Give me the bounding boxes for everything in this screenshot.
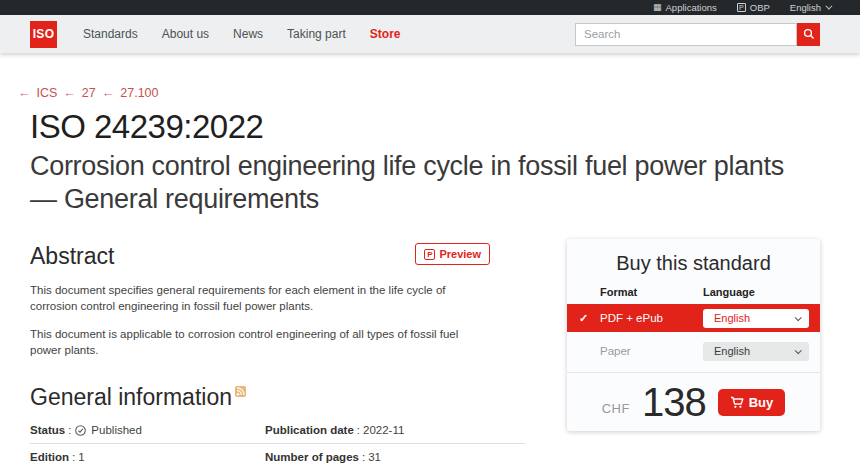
- pages-cell: Number of pages : 31: [265, 451, 525, 463]
- price-value: 138: [642, 380, 706, 425]
- language-dropdown-paper[interactable]: English: [703, 342, 809, 361]
- main-nav: Standards About us News Taking part Stor…: [83, 27, 400, 41]
- left-column: Abstract P Preview This document specifi…: [30, 243, 525, 470]
- status-label: Status: [30, 424, 65, 436]
- buy-panel-title: Buy this standard: [567, 239, 820, 286]
- colon-separator: :: [357, 424, 360, 436]
- format-column-header: Format: [600, 286, 637, 298]
- chevron-down-icon: [795, 347, 802, 354]
- abstract-paragraph: This document specifies general requirem…: [30, 282, 482, 314]
- nav-item-store[interactable]: Store: [370, 27, 401, 41]
- preview-document-icon: P: [424, 249, 435, 260]
- breadcrumb-arrow-icon: ←: [102, 86, 115, 100]
- published-check-icon: [75, 425, 86, 436]
- format-option-paper[interactable]: Paper English: [567, 339, 820, 363]
- document-subtitle: Corrosion control engineering life cycle…: [30, 150, 804, 216]
- colon-separator: :: [68, 424, 71, 436]
- colon-separator: :: [362, 451, 365, 463]
- language-column-header: Language: [703, 286, 755, 298]
- page-title: ISO 24239:2022: [30, 108, 830, 146]
- search-input[interactable]: [575, 23, 797, 46]
- obp-icon: P: [737, 3, 746, 12]
- format-option-label: PDF + ePub: [600, 312, 663, 324]
- applications-menu[interactable]: ▦ Applications: [653, 2, 717, 13]
- abstract-header-row: Abstract P Preview: [30, 243, 490, 270]
- breadcrumb: ← ICS ← 27 ← 27.100: [18, 53, 830, 100]
- applications-label: Applications: [666, 2, 717, 13]
- nav-item-standards[interactable]: Standards: [83, 27, 138, 41]
- pages-label: Number of pages: [265, 451, 359, 463]
- buy-standard-panel: Buy this standard Format Language ✓ PDF …: [567, 239, 820, 431]
- search-button[interactable]: [797, 23, 820, 46]
- iso-logo[interactable]: ISO: [30, 21, 57, 48]
- breadcrumb-link-ics[interactable]: ICS: [37, 86, 58, 100]
- abstract-paragraph: This document is applicable to corrosion…: [30, 326, 482, 358]
- language-dropdown-value: English: [714, 312, 750, 324]
- status-cell: Status : Published: [30, 424, 265, 436]
- selected-check-icon: ✓: [579, 312, 588, 325]
- buy-button[interactable]: Buy: [718, 389, 786, 416]
- colon-separator: :: [72, 451, 75, 463]
- cart-icon: [730, 396, 744, 409]
- breadcrumb-arrow-icon: ←: [63, 86, 76, 100]
- table-row: Status : Published Publication date : 20…: [30, 417, 525, 444]
- search-bar: [575, 23, 820, 46]
- search-icon: [803, 28, 815, 40]
- edition-value: 1: [78, 451, 84, 463]
- breadcrumb-link-27[interactable]: 27: [82, 86, 96, 100]
- language-selector[interactable]: English: [790, 2, 830, 13]
- nav-item-about-us[interactable]: About us: [162, 27, 209, 41]
- breadcrumb-arrow-icon: ←: [18, 86, 31, 100]
- chevron-down-icon: [825, 3, 832, 10]
- preview-button[interactable]: P Preview: [415, 243, 490, 265]
- general-info-table: Status : Published Publication date : 20…: [30, 417, 525, 470]
- obp-link[interactable]: P OBP: [737, 2, 770, 13]
- site-header: ISO Standards About us News Taking part …: [0, 15, 860, 53]
- buy-table-headers: Format Language: [567, 286, 820, 304]
- format-option-pdf-epub[interactable]: ✓ PDF + ePub English: [567, 304, 820, 332]
- currency-label: CHF: [602, 401, 630, 416]
- publication-date-value: 2022-11: [363, 424, 404, 436]
- nav-item-taking-part[interactable]: Taking part: [287, 27, 346, 41]
- rss-icon[interactable]: [235, 386, 246, 397]
- general-info-heading-row: General information: [30, 384, 525, 411]
- status-value: Published: [91, 424, 142, 436]
- abstract-heading: Abstract: [30, 243, 114, 270]
- edition-label: Edition: [30, 451, 69, 463]
- price-row: CHF 138 Buy: [567, 373, 820, 431]
- publication-date-label: Publication date: [265, 424, 354, 436]
- format-option-label: Paper: [600, 345, 631, 357]
- page-content: ← ICS ← 27 ← 27.100 ISO 24239:2022 Corro…: [0, 53, 860, 470]
- language-label: English: [790, 2, 821, 13]
- chevron-down-icon: [795, 314, 802, 321]
- utility-topbar: ▦ Applications P OBP English: [0, 0, 860, 15]
- language-dropdown-pdf[interactable]: English: [703, 309, 809, 328]
- buy-button-label: Buy: [749, 395, 774, 410]
- table-row: Edition : 1 Number of pages : 31: [30, 444, 525, 470]
- breadcrumb-link-27-100[interactable]: 27.100: [120, 86, 158, 100]
- preview-label: Preview: [439, 248, 481, 260]
- applications-grid-icon: ▦: [653, 3, 662, 12]
- pages-value: 31: [368, 451, 381, 463]
- language-dropdown-value: English: [714, 345, 750, 357]
- general-info-heading: General information: [30, 384, 232, 411]
- obp-label: OBP: [750, 2, 770, 13]
- edition-cell: Edition : 1: [30, 451, 265, 463]
- nav-item-news[interactable]: News: [233, 27, 263, 41]
- publication-date-cell: Publication date : 2022-11: [265, 424, 525, 436]
